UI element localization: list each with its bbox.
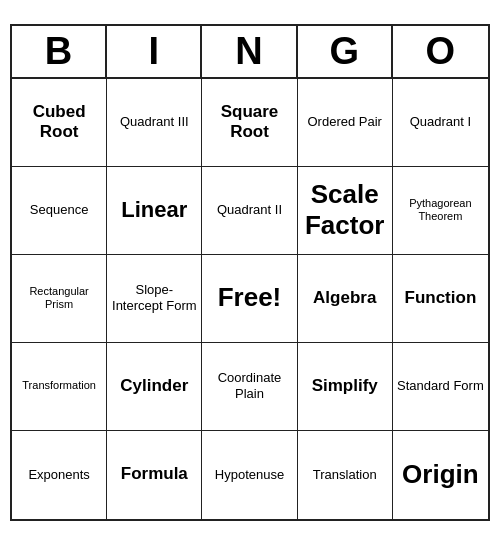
cell-label: Sequence — [30, 202, 89, 218]
bingo-cell: Coordinate Plain — [202, 343, 297, 431]
bingo-cell: Ordered Pair — [298, 79, 393, 167]
bingo-cell: Quadrant III — [107, 79, 202, 167]
cell-label: Formula — [121, 464, 188, 484]
cell-label: Standard Form — [397, 378, 484, 394]
bingo-cell: Quadrant I — [393, 79, 488, 167]
bingo-cell: Translation — [298, 431, 393, 519]
bingo-cell: Algebra — [298, 255, 393, 343]
bingo-cell: Linear — [107, 167, 202, 255]
cell-label: Scale Factor — [302, 179, 388, 241]
bingo-cell: Function — [393, 255, 488, 343]
bingo-cell: Free! — [202, 255, 297, 343]
cell-label: Simplify — [312, 376, 378, 396]
header-letter: B — [12, 26, 107, 77]
bingo-cell: Formula — [107, 431, 202, 519]
bingo-cell: Transformation — [12, 343, 107, 431]
cell-label: Hypotenuse — [215, 467, 284, 483]
cell-label: Free! — [218, 282, 282, 313]
bingo-cell: Sequence — [12, 167, 107, 255]
cell-label: Pythagorean Theorem — [397, 197, 484, 223]
cell-label: Quadrant III — [120, 114, 189, 130]
bingo-cell: Simplify — [298, 343, 393, 431]
cell-label: Cubed Root — [16, 102, 102, 143]
cell-label: Translation — [313, 467, 377, 483]
bingo-cell: Origin — [393, 431, 488, 519]
cell-label: Algebra — [313, 288, 376, 308]
bingo-cell: Hypotenuse — [202, 431, 297, 519]
cell-label: Transformation — [22, 379, 96, 392]
bingo-cell: Standard Form — [393, 343, 488, 431]
cell-label: Function — [405, 288, 477, 308]
bingo-header: BINGO — [12, 26, 488, 79]
bingo-cell: Pythagorean Theorem — [393, 167, 488, 255]
bingo-cell: Slope-Intercept Form — [107, 255, 202, 343]
cell-label: Coordinate Plain — [206, 370, 292, 401]
bingo-card: BINGO Cubed RootQuadrant IIISquare RootO… — [10, 24, 490, 521]
cell-label: Origin — [402, 459, 479, 490]
cell-label: Slope-Intercept Form — [111, 282, 197, 313]
bingo-grid: Cubed RootQuadrant IIISquare RootOrdered… — [12, 79, 488, 519]
cell-label: Exponents — [28, 467, 89, 483]
bingo-cell: Rectangular Prism — [12, 255, 107, 343]
bingo-cell: Square Root — [202, 79, 297, 167]
header-letter: O — [393, 26, 488, 77]
cell-label: Square Root — [206, 102, 292, 143]
cell-label: Quadrant II — [217, 202, 282, 218]
bingo-cell: Cylinder — [107, 343, 202, 431]
bingo-cell: Exponents — [12, 431, 107, 519]
bingo-cell: Quadrant II — [202, 167, 297, 255]
header-letter: N — [202, 26, 297, 77]
cell-label: Ordered Pair — [307, 114, 381, 130]
cell-label: Cylinder — [120, 376, 188, 396]
bingo-cell: Scale Factor — [298, 167, 393, 255]
cell-label: Quadrant I — [410, 114, 471, 130]
cell-label: Rectangular Prism — [16, 285, 102, 311]
cell-label: Linear — [121, 197, 187, 223]
header-letter: I — [107, 26, 202, 77]
header-letter: G — [298, 26, 393, 77]
bingo-cell: Cubed Root — [12, 79, 107, 167]
